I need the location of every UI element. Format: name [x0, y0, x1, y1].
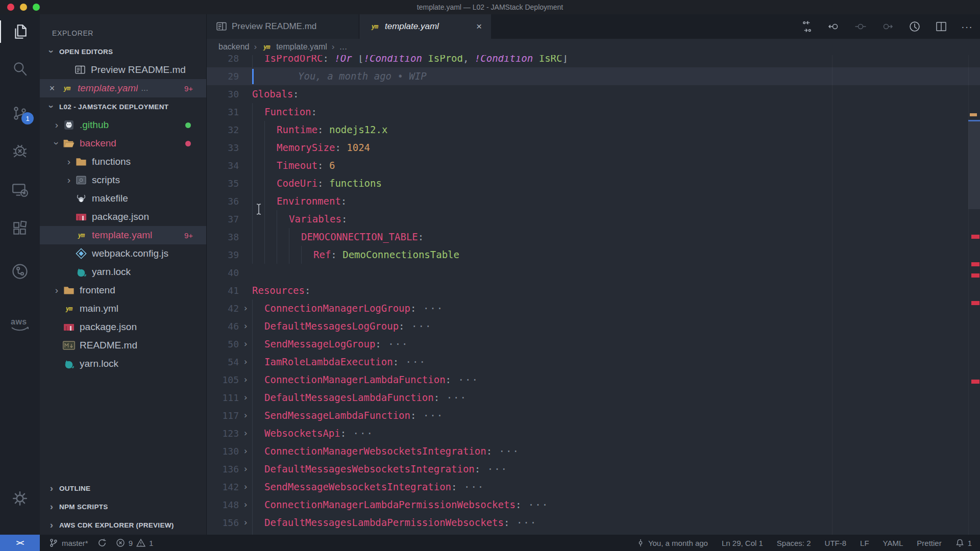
code-line-41[interactable]: 41Resources: [206, 282, 980, 299]
code-line-117[interactable]: 117›SendMessageLambdaFunction: ··· [206, 407, 980, 424]
breadcrumb-backend[interactable]: backend [218, 42, 250, 52]
chevron-right-icon[interactable]: › [64, 157, 74, 166]
tree-item-makefile[interactable]: ›makefile [40, 189, 206, 208]
fold-chevron-icon[interactable]: › [239, 317, 252, 335]
code-line-156[interactable]: 156›DefaultMessagesLambdaPermissionWebso… [206, 514, 980, 532]
search-icon[interactable] [0, 54, 40, 84]
notifications-status[interactable]: 1 [955, 538, 972, 547]
tree-item-yarn-lock[interactable]: ›yarn.lock [40, 355, 206, 373]
sync-status[interactable] [97, 538, 107, 547]
code-line-42[interactable]: 42›ConnectionManagerLogGroup: ··· [206, 299, 980, 317]
code-line-40[interactable]: 40 [206, 264, 980, 282]
code-line-50[interactable]: 50›SendMessageLogGroup: ··· [206, 335, 980, 353]
npm-scripts-section-header[interactable]: › NPM SCRIPTS [40, 497, 206, 516]
file-history-icon[interactable] [908, 20, 921, 33]
fold-chevron-icon[interactable]: › [239, 424, 252, 442]
code-line-105[interactable]: 105›ConnectionManagerLambdaFunction: ··· [206, 371, 980, 389]
open-editor-preview-readme[interactable]: Preview README.md [40, 61, 206, 79]
fold-chevron-icon[interactable]: › [239, 407, 252, 424]
fold-chevron-icon[interactable]: › [239, 335, 252, 353]
maximize-window-button[interactable] [33, 4, 40, 11]
tree-item-webpack-config-js[interactable]: ›webpack.config.js [40, 244, 206, 263]
cursor-position-status[interactable]: Ln 29, Col 1 [722, 539, 763, 547]
aws-toolkit-icon[interactable]: aws [0, 309, 40, 339]
close-icon[interactable]: × [476, 21, 482, 32]
tree-item-package-json[interactable]: ›package.json [40, 208, 206, 226]
remote-indicator[interactable]: >< [0, 535, 40, 551]
breadcrumb-template-yaml[interactable]: template.yaml [276, 42, 327, 52]
tree-item-readme-md[interactable]: ›README.md [40, 336, 206, 355]
more-actions-icon[interactable]: ··· [961, 21, 973, 33]
fold-chevron-icon[interactable]: › [239, 299, 252, 317]
debug-icon[interactable] [0, 135, 40, 166]
aws-cdk-section-header[interactable]: › AWS CDK EXPLORER (PREVIEW) [40, 516, 206, 534]
tree-item-yarn-lock[interactable]: ›yarn.lock [40, 263, 206, 281]
settings-gear-icon[interactable] [0, 483, 40, 514]
breadcrumb[interactable]: backend › ym template.yaml › … [206, 39, 980, 55]
source-control-icon[interactable]: 1 [0, 98, 40, 129]
code-line-136[interactable]: 136›DefaultMessagesWebsocketsIntegration… [206, 460, 980, 478]
chevron-right-icon[interactable]: › [64, 176, 74, 185]
change-marker-icon[interactable] [854, 20, 867, 33]
code-editor[interactable]: 28IsProdOrRC: !Or [!Condition IsProd, !C… [206, 55, 980, 535]
fold-chevron-icon[interactable]: › [239, 371, 252, 389]
tree-item--github[interactable]: ›.github [40, 116, 206, 134]
code-line-123[interactable]: 123›WebsocketsApi: ··· [206, 424, 980, 442]
close-icon[interactable]: × [45, 83, 59, 94]
code-line-30[interactable]: 30Globals: [206, 85, 980, 103]
tree-item-package-json[interactable]: ›package.json [40, 318, 206, 336]
fold-chevron-icon[interactable]: › [239, 389, 252, 407]
open-editor-template-yaml[interactable]: × ym template.yaml ... 9+ [40, 79, 206, 97]
code-line-142[interactable]: 142›SendMessageWebsocketsIntegration: ··… [206, 478, 980, 496]
code-line-46[interactable]: 46›DefaultMessagesLogGroup: ··· [206, 317, 980, 335]
eol-status[interactable]: LF [860, 539, 869, 547]
prev-change-icon[interactable] [827, 20, 840, 33]
code-line-111[interactable]: 111›DefaultMessagesLambdaFunction: ··· [206, 389, 980, 407]
fold-chevron-icon[interactable]: › [239, 478, 252, 496]
minimize-window-button[interactable] [20, 4, 27, 11]
code-line-148[interactable]: 148›ConnectionManagerLambdaPermissionWeb… [206, 496, 980, 514]
tree-item-scripts[interactable]: ›scripts [40, 171, 206, 189]
project-section-header[interactable]: › L02 - JAMSTACK DEPLOYMENT [40, 97, 206, 116]
git-branch-status[interactable]: master* [49, 538, 88, 547]
scrollbar-thumb[interactable] [968, 121, 980, 209]
tree-item-functions[interactable]: ›functions [40, 153, 206, 171]
gitlens-icon[interactable] [0, 256, 40, 287]
code-line-34[interactable]: 34Timeout: 6 [206, 157, 980, 174]
tree-item-template-yaml[interactable]: ›ymtemplate.yaml9+ [40, 226, 206, 244]
problems-status[interactable]: 9 1 [116, 538, 154, 547]
gitlens-blame-status[interactable]: You, a month ago [636, 538, 708, 547]
close-window-button[interactable] [7, 4, 14, 11]
code-line-28[interactable]: 28IsProdOrRC: !Or [!Condition IsProd, !C… [206, 55, 980, 67]
tree-item-main-yml[interactable]: ›ymmain.yml [40, 299, 206, 318]
chevron-right-icon[interactable]: › [52, 286, 61, 295]
fold-chevron-icon[interactable]: › [239, 353, 252, 371]
formatter-status[interactable]: Prettier [917, 539, 941, 547]
fold-chevron-icon[interactable]: › [239, 460, 252, 478]
language-mode-status[interactable]: YAML [883, 539, 903, 547]
fold-chevron-icon[interactable]: › [239, 442, 252, 460]
code-line-130[interactable]: 130›ConnectionManagerWebsocketsIntegrati… [206, 442, 980, 460]
tree-item-backend[interactable]: ›backend [40, 134, 206, 153]
open-editors-header[interactable]: › OPEN EDITORS [40, 42, 206, 61]
code-line-31[interactable]: 31Function: [206, 103, 980, 121]
breadcrumb-symbol[interactable]: … [339, 42, 347, 52]
extensions-icon[interactable] [0, 213, 40, 244]
fold-chevron-icon[interactable]: › [239, 514, 252, 532]
indentation-status[interactable]: Spaces: 2 [777, 539, 811, 547]
code-line-38[interactable]: 38DEMOCONNECTION_TABLE: [206, 228, 980, 246]
code-line-29[interactable]: 29You, a month ago • WIP [206, 67, 980, 85]
next-change-icon[interactable] [881, 20, 894, 33]
chevron-right-icon[interactable]: › [52, 120, 61, 130]
split-editor-icon[interactable] [935, 20, 947, 33]
tab-template-yaml[interactable]: ym template.yaml × [359, 14, 491, 39]
code-line-33[interactable]: 33MemorySize: 1024 [206, 139, 980, 157]
code-line-39[interactable]: 39Ref: DemoConnectionsTable [206, 246, 980, 264]
code-line-37[interactable]: 37Variables: [206, 210, 980, 228]
explorer-icon[interactable] [0, 16, 40, 47]
outline-section-header[interactable]: › OUTLINE [40, 479, 206, 497]
gitlens-compare-icon[interactable] [801, 20, 813, 33]
chevron-down-icon[interactable]: › [52, 139, 61, 148]
code-line-54[interactable]: 54›IamRoleLambdaExecution: ··· [206, 353, 980, 371]
encoding-status[interactable]: UTF-8 [825, 539, 847, 547]
